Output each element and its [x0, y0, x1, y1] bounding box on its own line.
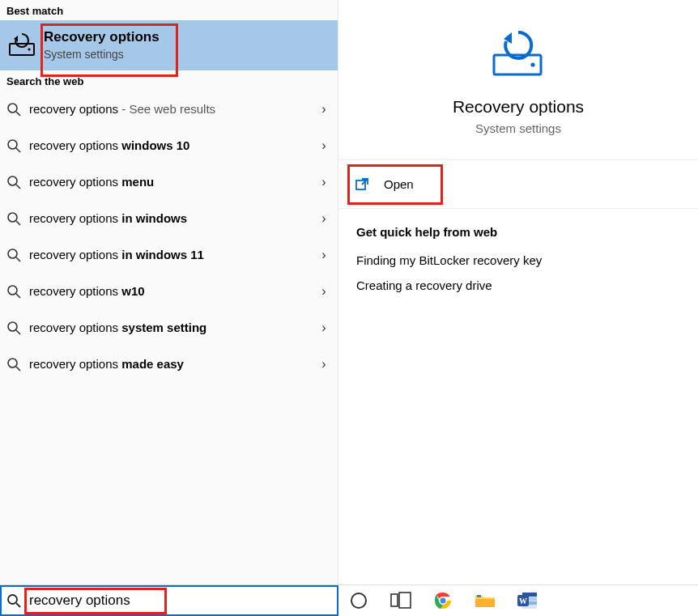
svg-point-20 [530, 62, 534, 66]
suggestion-label: recovery options in windows [21, 211, 317, 225]
svg-rect-27 [391, 594, 398, 606]
svg-line-18 [16, 367, 20, 371]
svg-line-6 [16, 148, 20, 152]
search-web-header: Search the web [0, 70, 338, 91]
best-match-title: Recovery options [44, 28, 160, 46]
chevron-right-icon: › [317, 284, 331, 299]
detail-hero: Recovery options System settings [338, 0, 698, 160]
web-suggestions-list: recovery options - See web results›recov… [0, 91, 338, 382]
quick-help-section: Get quick help from web Finding my BitLo… [338, 209, 698, 320]
svg-line-10 [16, 221, 20, 225]
results-panel: Best match Recovery options System setti… [0, 0, 338, 584]
suggestion-label: recovery options made easy [21, 357, 317, 371]
open-label: Open [384, 177, 414, 191]
svg-point-13 [8, 286, 17, 295]
svg-rect-28 [399, 593, 411, 608]
search-icon [6, 321, 21, 335]
detail-title: Recovery options [453, 97, 584, 117]
search-icon [6, 284, 21, 299]
detail-subtitle: System settings [475, 121, 561, 135]
svg-point-7 [8, 176, 17, 185]
file-explorer-icon[interactable] [473, 588, 497, 613]
web-suggestion[interactable]: recovery options in windows› [0, 200, 338, 236]
suggestion-label: recovery options in windows 11 [21, 248, 317, 261]
web-suggestion[interactable]: recovery options - See web results› [0, 91, 338, 127]
svg-line-4 [16, 112, 20, 116]
open-button[interactable]: Open [338, 160, 698, 209]
taskbar: W [0, 585, 698, 616]
best-match-text: Recovery options System settings [44, 28, 160, 61]
svg-line-14 [16, 294, 20, 298]
chevron-right-icon: › [317, 175, 331, 189]
web-suggestion[interactable]: recovery options system setting› [0, 309, 338, 346]
svg-point-15 [8, 322, 17, 331]
chevron-right-icon: › [317, 321, 331, 335]
word-icon[interactable]: W [515, 588, 539, 613]
svg-text:W: W [519, 597, 527, 605]
search-input[interactable] [26, 593, 337, 609]
chevron-right-icon: › [317, 211, 331, 226]
recovery-icon [6, 28, 39, 61]
chevron-right-icon: › [317, 248, 331, 262]
search-icon [6, 357, 21, 372]
web-suggestion[interactable]: recovery options w10› [0, 273, 338, 309]
svg-rect-32 [475, 599, 495, 607]
detail-panel: Recovery options System settings Open Ge… [338, 0, 698, 584]
search-icon [6, 211, 21, 226]
search-icon [6, 138, 21, 153]
chevron-right-icon: › [317, 357, 331, 372]
web-suggestion[interactable]: recovery options made easy› [0, 346, 338, 382]
web-suggestion[interactable]: recovery options menu› [0, 164, 338, 200]
suggestion-label: recovery options - See web results [21, 102, 317, 116]
search-box[interactable] [0, 585, 338, 616]
suggestion-label: recovery options w10 [21, 284, 317, 298]
best-match-result[interactable]: Recovery options System settings [0, 20, 338, 70]
search-icon [6, 102, 21, 117]
svg-point-1 [28, 48, 30, 50]
svg-line-8 [16, 185, 20, 189]
svg-line-25 [16, 603, 20, 607]
best-match-subtitle: System settings [44, 48, 160, 61]
suggestion-label: recovery options windows 10 [21, 138, 317, 152]
search-icon [6, 175, 21, 189]
svg-point-11 [8, 249, 17, 258]
search-icon [2, 593, 26, 608]
recovery-icon-large [489, 24, 547, 83]
best-match-header: Best match [0, 0, 338, 20]
web-suggestion[interactable]: recovery options in windows 11› [0, 236, 338, 273]
svg-point-17 [8, 359, 17, 367]
svg-point-3 [8, 104, 17, 113]
svg-line-16 [16, 330, 20, 334]
chevron-right-icon: › [317, 138, 331, 153]
search-icon [6, 248, 21, 262]
chevron-right-icon: › [317, 102, 331, 117]
svg-line-12 [16, 257, 20, 261]
chrome-icon[interactable] [431, 588, 455, 613]
suggestion-label: recovery options menu [21, 175, 317, 189]
web-suggestion[interactable]: recovery options windows 10› [0, 127, 338, 164]
quick-help-header: Get quick help from web [356, 225, 680, 239]
svg-point-9 [8, 213, 17, 222]
svg-point-24 [8, 595, 17, 604]
open-icon [355, 177, 372, 192]
help-link[interactable]: Finding my BitLocker recovery key [356, 253, 680, 267]
taskbar-icons: W [338, 585, 698, 616]
svg-rect-33 [477, 595, 481, 597]
help-link[interactable]: Creating a recovery drive [356, 278, 680, 292]
svg-point-5 [8, 140, 17, 149]
task-view-icon[interactable] [389, 588, 413, 613]
suggestion-label: recovery options system setting [21, 321, 317, 334]
cortana-icon[interactable] [347, 588, 371, 613]
svg-point-26 [351, 593, 366, 608]
